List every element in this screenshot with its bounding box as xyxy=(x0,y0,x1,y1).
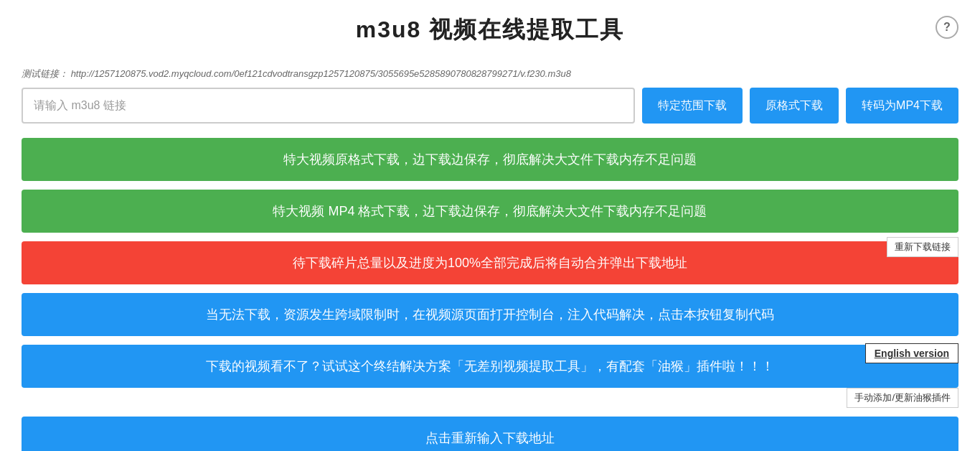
banner-cross-domain[interactable]: 当无法下载，资源发生跨域限制时，在视频源页面打开控制台，注入代码解决，点击本按钮… xyxy=(22,293,958,336)
original-download-button[interactable]: 原格式下载 xyxy=(750,88,839,124)
english-version-link[interactable]: English version xyxy=(865,343,958,363)
url-input[interactable] xyxy=(22,88,635,124)
test-link-url: http://1257120875.vod2.myqcloud.com/0ef1… xyxy=(71,68,571,79)
mp4-download-button[interactable]: 转码为MP4下载 xyxy=(846,88,958,124)
page-title: m3u8 视频在线提取工具 xyxy=(22,14,958,46)
range-download-button[interactable]: 特定范围下载 xyxy=(642,88,743,124)
input-row: 特定范围下载 原格式下载 转码为MP4下载 xyxy=(22,88,958,124)
banner-video-tool-row: 下载的视频看不了？试试这个终结解决方案「无差别视频提取工具」，有配套「油猴」插件… xyxy=(22,345,958,388)
test-link-label: 测试链接： xyxy=(22,68,68,79)
redownload-link[interactable]: 重新下载链接 xyxy=(887,237,958,257)
banner-large-original[interactable]: 特大视频原格式下载，边下载边保存，彻底解决大文件下载内存不足问题 xyxy=(22,138,958,181)
banner-reinput[interactable]: 点击重新输入下载地址 xyxy=(22,417,958,451)
banner-progress-row: 待下载碎片总量以及进度为100%全部完成后将自动合并弹出下载地址 重新下载链接 xyxy=(22,241,958,284)
manual-add-link[interactable]: 手动添加/更新油猴插件 xyxy=(847,388,958,408)
banner-video-tool[interactable]: 下载的视频看不了？试试这个终结解决方案「无差别视频提取工具」，有配套「油猴」插件… xyxy=(22,345,958,388)
help-button[interactable]: ? xyxy=(936,16,958,39)
banner-large-mp4[interactable]: 特大视频 MP4 格式下载，边下载边保存，彻底解决大文件下载内存不足问题 xyxy=(22,190,958,233)
test-link: 测试链接： http://1257120875.vod2.myqcloud.co… xyxy=(22,68,958,80)
banner-progress[interactable]: 待下载碎片总量以及进度为100%全部完成后将自动合并弹出下载地址 xyxy=(22,241,958,284)
